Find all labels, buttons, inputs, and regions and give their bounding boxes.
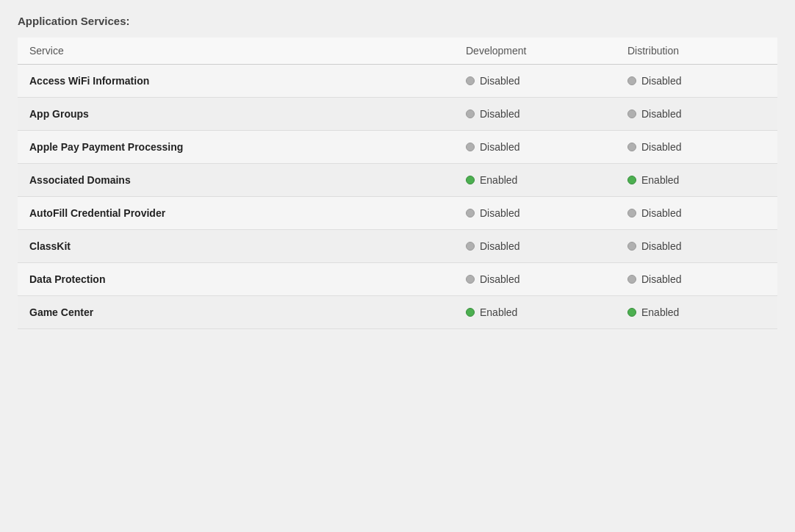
disabled-dot-icon <box>466 76 475 85</box>
enabled-dot-icon <box>466 176 475 184</box>
dev-status-label: Disabled <box>480 108 519 120</box>
service-name-label: AutoFill Credential Provider <box>29 207 165 219</box>
dist-status-label: Disabled <box>641 75 681 87</box>
dist-status-label: Disabled <box>641 273 681 285</box>
dev-status-label: Enabled <box>480 174 517 186</box>
service-name-label: ClassKit <box>29 240 71 252</box>
dist-status-cell: Disabled <box>616 131 777 164</box>
enabled-dot-icon <box>466 308 475 317</box>
table-row: Access WiFi InformationDisabledDisabled <box>18 65 777 98</box>
dev-status-cell: Disabled <box>454 263 616 296</box>
table-row: App GroupsDisabledDisabled <box>18 98 777 131</box>
disabled-dot-icon <box>466 275 475 284</box>
disabled-dot-icon <box>466 209 475 218</box>
table-row: Associated DomainsEnabledEnabled <box>18 164 777 197</box>
dev-status-cell: Disabled <box>454 98 616 131</box>
service-name-label: App Groups <box>29 108 89 120</box>
table-row: Data ProtectionDisabledDisabled <box>18 263 777 296</box>
dist-status-cell: Disabled <box>616 65 777 98</box>
services-table: Service Development Distribution Access … <box>18 37 777 329</box>
dev-status-label: Disabled <box>480 207 519 219</box>
dev-status-label: Disabled <box>480 273 519 285</box>
table-header-row: Service Development Distribution <box>18 37 777 65</box>
disabled-dot-icon <box>627 242 636 251</box>
dev-status-cell: Disabled <box>454 197 616 230</box>
service-name-label: Apple Pay Payment Processing <box>29 141 183 153</box>
dist-status-cell: Enabled <box>616 164 777 197</box>
dist-status-label: Disabled <box>641 207 681 219</box>
disabled-dot-icon <box>466 109 475 118</box>
dev-status-label: Disabled <box>480 75 519 87</box>
disabled-dot-icon <box>466 143 475 151</box>
service-name-cell: Access WiFi Information <box>18 65 454 98</box>
dist-status-label: Enabled <box>641 174 679 186</box>
table-row: Apple Pay Payment ProcessingDisabledDisa… <box>18 131 777 164</box>
service-name-cell: Apple Pay Payment Processing <box>18 131 454 164</box>
disabled-dot-icon <box>627 76 636 85</box>
service-name-cell: App Groups <box>18 98 454 131</box>
col-service-header: Service <box>18 37 454 65</box>
dev-status-cell: Enabled <box>454 164 616 197</box>
service-name-label: Associated Domains <box>29 174 131 186</box>
service-name-cell: AutoFill Credential Provider <box>18 197 454 230</box>
enabled-dot-icon <box>627 176 636 184</box>
disabled-dot-icon <box>627 209 636 218</box>
disabled-dot-icon <box>627 109 636 118</box>
service-name-label: Game Center <box>29 306 93 318</box>
dev-status-cell: Disabled <box>454 131 616 164</box>
dev-status-cell: Enabled <box>454 296 616 329</box>
table-row: Game CenterEnabledEnabled <box>18 296 777 329</box>
dist-status-cell: Disabled <box>616 230 777 263</box>
col-distribution-header: Distribution <box>616 37 777 65</box>
dist-status-cell: Disabled <box>616 197 777 230</box>
disabled-dot-icon <box>627 143 636 151</box>
section-title: Application Services: <box>18 15 777 27</box>
table-row: ClassKitDisabledDisabled <box>18 230 777 263</box>
dev-status-label: Enabled <box>480 306 517 318</box>
dev-status-label: Disabled <box>480 240 519 252</box>
dist-status-cell: Enabled <box>616 296 777 329</box>
col-development-header: Development <box>454 37 616 65</box>
disabled-dot-icon <box>466 242 475 251</box>
dev-status-cell: Disabled <box>454 65 616 98</box>
dist-status-cell: Disabled <box>616 263 777 296</box>
service-name-cell: Data Protection <box>18 263 454 296</box>
dist-status-label: Disabled <box>641 108 681 120</box>
disabled-dot-icon <box>627 275 636 284</box>
service-name-cell: Associated Domains <box>18 164 454 197</box>
dist-status-label: Disabled <box>641 141 681 153</box>
service-name-cell: ClassKit <box>18 230 454 263</box>
dev-status-cell: Disabled <box>454 230 616 263</box>
dev-status-label: Disabled <box>480 141 519 153</box>
dist-status-cell: Disabled <box>616 98 777 131</box>
service-name-cell: Game Center <box>18 296 454 329</box>
dist-status-label: Disabled <box>641 240 681 252</box>
dist-status-label: Enabled <box>641 306 679 318</box>
main-container: Application Services: Service Developmen… <box>0 0 795 344</box>
table-row: AutoFill Credential ProviderDisabledDisa… <box>18 197 777 230</box>
service-name-label: Data Protection <box>29 273 105 285</box>
service-name-label: Access WiFi Information <box>29 75 149 87</box>
enabled-dot-icon <box>627 308 636 317</box>
